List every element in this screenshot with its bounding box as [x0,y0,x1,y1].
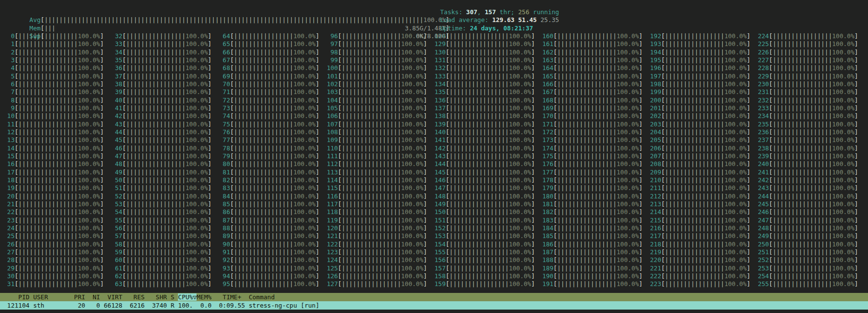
meter-close-bracket: ] [854,88,858,96]
meter-close-bracket: ] [746,72,750,80]
cpu-number: 98 [327,48,338,56]
cpu-meter: 183[||||||||||||||||100.0%] [542,217,650,224]
table-header-columns-right[interactable]: MEM% TIME+ Command [197,293,274,301]
cpu-meter-value: 100.0% [724,128,747,136]
cpu-meter: 167[||||||||||||||||100.0%] [542,88,650,96]
cpu-meter-value: 100.0% [186,152,208,160]
meter-open-bracket: [ [446,72,449,80]
meter-open-bracket: [ [661,193,665,200]
cpu-number: 181 [542,200,553,208]
cpu-meter-bar-fill: |||||||||||||||| [772,144,832,152]
table-header-columns-left[interactable]: PID USER PRI NI VIRT RES SHR S [3,293,178,301]
cpu-meter: 211[||||||||||||||||100.0%] [650,184,758,192]
cpu-meter: 131[||||||||||||||||100.0%] [435,56,543,64]
cpu-meter: 136[||||||||||||||||100.0%] [435,96,543,104]
cpu-meter: 179[||||||||||||||||100.0%] [542,184,650,192]
cpu-meter: 86[||||||||||||||||100.0%] [219,208,327,216]
meter-close-bracket: ] [531,176,535,184]
meter-close-bracket: ] [100,56,104,64]
meter-close-bracket: ] [100,248,104,256]
cpu-meter-bar-fill: |||||||||||||||| [18,56,77,64]
cpu-meter-bar-fill: |||||||||||||||| [449,120,509,128]
meter-close-bracket: ] [639,169,643,176]
cpu-meter: 54[||||||||||||||||100.0%] [111,208,219,216]
meter-open-bracket: [ [446,193,449,200]
meter-close-bracket: ] [746,32,750,40]
cpu-meter-bar-fill: |||||||||||||||| [449,144,509,152]
mem-meter-label: Mem [26,24,41,32]
sort-column-cpu-percent[interactable]: CPU%▽ [178,293,197,301]
meter-close-bracket: ] [746,64,750,72]
cpu-number: 127 [327,280,338,288]
cpu-meter: 109[||||||||||||||||100.0%] [327,136,435,144]
process-row[interactable]: 121104 sth 20 0 66128 6216 3740 R 100. 0… [0,301,868,310]
cpu-meter-value: 100.0% [509,96,531,104]
cpu-meter-bar-fill: |||||||||||||||| [772,248,832,256]
meter-open-bracket: [ [338,256,342,264]
meter-open-bracket: [ [553,256,557,264]
cpu-meter-value: 100.0% [401,128,423,136]
cpu-meter-bar-fill: |||||||||||||||| [557,200,617,208]
cpu-number: 97 [327,40,338,48]
cpu-meter-bar-fill: |||||||||||||||| [126,128,185,136]
meter-close-bracket: ] [423,104,427,112]
cpu-number: 249 [758,232,769,240]
cpu-meter: 224[||||||||||||||||100.0%] [758,32,866,40]
cpu-meter-value: 100.0% [724,40,747,48]
header-meters-section: Avg[||||||||||||||||||||||||||||||||||||… [0,0,868,32]
cpu-number: 51 [111,184,123,192]
meter-close-bracket: ] [423,232,427,240]
cpu-meter-value: 100.0% [401,144,423,152]
cpu-meter-bar-fill: |||||||||||||||| [126,193,185,200]
cpu-number: 223 [650,280,661,288]
cpu-meter: 11[||||||||||||||||100.0%] [3,120,111,128]
meter-close-bracket: ] [316,136,320,144]
cpu-meter-value: 100.0% [832,272,855,280]
meter-open-bracket: [ [230,169,234,176]
cpu-meter-bar-fill: |||||||||||||||| [342,144,401,152]
cpu-number: 134 [435,80,446,88]
cpu-meter-value: 100.0% [724,104,747,112]
meter-close-bracket: ] [639,272,643,280]
cpu-meter-bar-fill: |||||||||||||||| [234,232,293,240]
meter-open-bracket: [ [230,248,234,256]
meter-close-bracket: ] [639,64,643,72]
meter-close-bracket: ] [208,217,212,224]
cpu-meter-value: 100.0% [186,200,208,208]
cpu-meter-value: 100.0% [401,120,423,128]
cpu-meter: 12[||||||||||||||||100.0%] [3,128,111,136]
cpu-meter-bar-fill: |||||||||||||||| [665,120,724,128]
cpu-number: 6 [3,80,15,88]
meter-open-bracket: [ [230,160,234,168]
cpu-meter: 200[||||||||||||||||100.0%] [650,96,758,104]
meter-close-bracket: ] [746,176,750,184]
cpu-meter: 235[||||||||||||||||100.0%] [758,120,866,128]
meter-close-bracket: ] [316,265,320,272]
cpu-meter-value: 100.0% [509,112,531,120]
meter-close-bracket: ] [208,241,212,248]
cpu-meter-value: 100.0% [509,248,531,256]
cpu-meter: 4[||||||||||||||||100.0%] [3,64,111,72]
cpu-number: 100 [327,64,338,72]
cpu-meter: 180[||||||||||||||||100.0%] [542,193,650,200]
cpu-number: 53 [111,200,123,208]
cpu-meter: 255[||||||||||||||||100.0%] [758,280,866,288]
cpu-number: 158 [435,272,446,280]
cpu-meter-bar-fill: |||||||||||||||| [126,208,185,216]
cpu-number: 66 [219,48,230,56]
cpu-number: 7 [3,88,15,96]
meter-close-bracket: ] [316,272,320,280]
cpu-meter: 217[||||||||||||||||100.0%] [650,232,758,240]
meter-open-bracket: [ [230,48,234,56]
cpu-meter-value: 100.0% [617,96,639,104]
cpu-meter: 218[||||||||||||||||100.0%] [650,241,758,248]
cpu-meter-value: 100.0% [509,160,531,168]
cpu-meter: 74[||||||||||||||||100.0%] [219,112,327,120]
cpu-meter-bar-fill: |||||||||||||||| [234,64,293,72]
load-average-line: Load average: 129.63 51.45 25.35 [440,16,559,24]
meter-close-bracket: ] [208,136,212,144]
cpu-meter-bar-fill: |||||||||||||||| [126,40,185,48]
meter-close-bracket: ] [423,280,427,288]
cpu-meter-value: 100.0% [78,112,100,120]
cpu-meter-value: 100.0% [186,265,208,272]
